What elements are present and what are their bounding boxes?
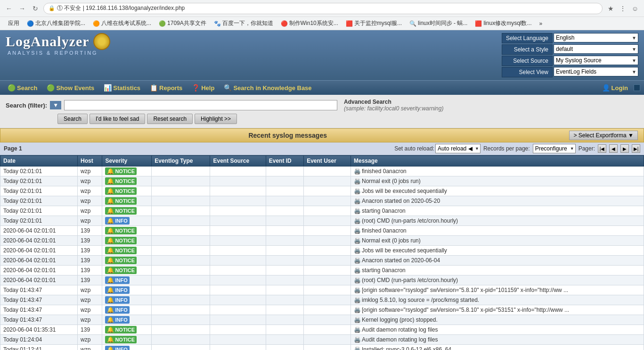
- message-icon: 🖨️: [354, 237, 361, 244]
- table-row[interactable]: 2020-06-04 02:01:01 139 🔔NOTICE 🖨️starti…: [0, 266, 644, 275]
- forward-button[interactable]: →: [17, 3, 27, 14]
- cell-host: wzp: [78, 167, 102, 176]
- user-account-button[interactable]: ☺: [630, 3, 640, 14]
- bookmark-6[interactable]: 🟥 关于监控mysql服...: [343, 18, 405, 28]
- severity-icon: 🔔: [107, 257, 114, 264]
- cell-date: 2020-06-04 02:01:01: [0, 266, 78, 275]
- select-view[interactable]: EventLog Fields: [554, 67, 638, 76]
- cell-event-user: [304, 325, 351, 335]
- table-row[interactable]: Today 02:01:01 wzp 🔔NOTICE 🖨️Anacron sta…: [0, 196, 644, 206]
- cell-event-id: [266, 275, 303, 285]
- cell-message: 🖨️Audit daemon rotating log files: [351, 325, 644, 335]
- table-row[interactable]: Today 01:43:47 wzp 🔔INFO 🖨️[origin softw…: [0, 285, 644, 295]
- bookmark-8[interactable]: 🟥 linux修改mysql数...: [472, 18, 534, 28]
- back-button[interactable]: ←: [4, 3, 14, 14]
- severity-icon: 🔔: [107, 297, 114, 303]
- pager-last-button[interactable]: ▶|: [632, 144, 640, 153]
- bookmark-more[interactable]: »: [536, 19, 545, 28]
- browser-menu-button[interactable]: ⋮: [618, 3, 628, 14]
- table-row[interactable]: 2020-06-04 02:01:01 139 🔔NOTICE 🖨️Anacro…: [0, 256, 644, 266]
- bookmark-5[interactable]: 🔴 制作Win10系统安...: [278, 18, 341, 28]
- preconfigure-select[interactable]: Preconfigure: [533, 144, 576, 153]
- nav-help[interactable]: ❓ Help: [188, 83, 218, 93]
- table-row[interactable]: 2020-06-04 01:35:31 139 🔔NOTICE 🖨️Audit …: [0, 325, 644, 335]
- bookmark-1[interactable]: 🔵 北京八维集团学院...: [24, 18, 88, 28]
- table-row[interactable]: Today 01:43:47 wzp 🔔INFO 🖨️[origin softw…: [0, 305, 644, 315]
- cell-severity: 🔔NOTICE: [102, 226, 152, 236]
- highlight-button[interactable]: Highlight >>: [195, 114, 237, 124]
- nav-show-events[interactable]: 🟢 Show Events: [43, 83, 98, 93]
- message-icon: 🖨️: [354, 168, 361, 175]
- table-row[interactable]: Today 01:43:47 wzp 🔔INFO 🖨️Kernel loggin…: [0, 315, 644, 325]
- cell-eventlog-type: [152, 167, 210, 176]
- nav-search[interactable]: 🟢 Search: [4, 83, 41, 93]
- table-row[interactable]: 2020-06-04 02:01:01 139 🔔NOTICE 🖨️Jobs w…: [0, 246, 644, 256]
- nav-statistics[interactable]: 📊 Statistics: [100, 83, 144, 93]
- cell-host: wzp: [78, 216, 102, 226]
- table-row[interactable]: Today 02:01:01 wzp 🔔NOTICE 🖨️finished 0a…: [0, 167, 644, 176]
- auto-reload-select[interactable]: Auto reload ◀: [435, 144, 481, 153]
- table-row[interactable]: 2020-06-04 02:01:01 139 🔔NOTICE 🖨️finish…: [0, 226, 644, 236]
- table-row[interactable]: Today 02:01:01 wzp 🔔NOTICE 🖨️Normal exit…: [0, 176, 644, 186]
- table-row[interactable]: 2020-06-04 02:01:01 139 🔔NOTICE 🖨️Normal…: [0, 236, 644, 246]
- select-source[interactable]: My Syslog Source: [554, 56, 638, 65]
- help-icon: ❓: [192, 84, 200, 92]
- cell-date: Today 02:01:01: [0, 216, 78, 226]
- cell-event-source: [210, 335, 266, 345]
- table-row[interactable]: Today 02:01:01 wzp 🔔INFO 🖨️(root) CMD (r…: [0, 216, 644, 226]
- cell-message: 🖨️Anacron started on 2020-05-20: [351, 196, 644, 206]
- feel-sad-button[interactable]: I'd like to feel sad: [90, 114, 145, 124]
- pager-prev-button[interactable]: ◀: [609, 144, 618, 153]
- apps-button[interactable]: ⁢⁢⁢ 应用: [4, 18, 22, 28]
- table-row[interactable]: Today 02:01:01 wzp 🔔NOTICE 🖨️Jobs will b…: [0, 186, 644, 196]
- severity-icon: 🔔: [107, 188, 114, 194]
- url-bar[interactable]: 🔒 ① 不安全 | 192.168.116.138/loganalyzer/in…: [43, 3, 603, 14]
- table-row[interactable]: Today 01:43:47 wzp 🔔INFO 🖨️imklog 5.8.10…: [0, 295, 644, 305]
- search-button[interactable]: Search: [57, 114, 88, 124]
- select-style[interactable]: default: [554, 44, 638, 54]
- nav-login[interactable]: 👤 Login: [598, 83, 632, 93]
- pager-first-button[interactable]: |◀: [598, 144, 606, 153]
- select-language[interactable]: English: [554, 33, 638, 42]
- cell-severity: 🔔NOTICE: [102, 325, 152, 335]
- cell-severity: 🔔NOTICE: [102, 176, 152, 186]
- cell-event-id: [266, 186, 303, 196]
- nav-knowledge-base[interactable]: 🔍 Search in Knowledge Base: [220, 83, 315, 93]
- nav-reports[interactable]: 📋 Reports: [146, 83, 186, 93]
- severity-icon: 🔔: [107, 267, 114, 274]
- cell-date: 2020-06-04 02:01:01: [0, 246, 78, 256]
- cell-event-source: [210, 325, 266, 335]
- cell-event-source: [210, 216, 266, 226]
- table-row[interactable]: Today 01:12:41 wzp 🔔INFO 🖨️Installed: rs…: [0, 345, 644, 350]
- bookmark-2[interactable]: 🟠 八维在线考试系统...: [90, 18, 154, 28]
- bookmark-star-button[interactable]: ★: [605, 3, 616, 14]
- message-icon: 🖨️: [354, 317, 361, 323]
- cell-host: wzp: [78, 345, 102, 350]
- table-row[interactable]: Today 02:01:01 wzp 🔔NOTICE 🖨️starting 0a…: [0, 206, 644, 216]
- cell-event-id: [266, 246, 303, 256]
- export-button[interactable]: > Select Exportforma ▼: [569, 131, 638, 140]
- search-filter-dropdown[interactable]: ▼: [50, 101, 61, 109]
- severity-badge: 🔔INFO: [105, 306, 129, 314]
- auto-reload-select-wrapper: Auto reload ◀: [435, 144, 481, 153]
- advanced-search-title: Advanced Search: [344, 99, 391, 105]
- reload-button[interactable]: ↻: [30, 3, 41, 14]
- cell-eventlog-type: [152, 325, 210, 335]
- cell-date: Today 01:24:04: [0, 335, 78, 345]
- table-row[interactable]: 2020-06-04 02:01:01 139 🔔INFO 🖨️(root) C…: [0, 275, 644, 285]
- cell-eventlog-type: [152, 345, 210, 350]
- pager-next-button[interactable]: ▶: [620, 144, 629, 153]
- table-row[interactable]: Today 01:24:04 wzp 🔔NOTICE 🖨️Audit daemo…: [0, 335, 644, 345]
- cell-eventlog-type: [152, 176, 210, 186]
- bookmark-4[interactable]: 🐾 百度一下，你就知道: [211, 18, 276, 28]
- bookmark-3[interactable]: 🟢 1709A共享文件: [156, 18, 209, 28]
- cell-eventlog-type: [152, 275, 210, 285]
- cell-message: 🖨️Jobs will be executed sequentially: [351, 186, 644, 196]
- search-input[interactable]: [64, 100, 337, 110]
- cell-host: wzp: [78, 295, 102, 305]
- message-icon: 🖨️: [354, 208, 361, 214]
- cell-message: 🖨️Audit daemon rotating log files: [351, 335, 644, 345]
- reset-search-button[interactable]: Reset search: [147, 114, 193, 124]
- bookmark-7[interactable]: 🔍 linux时间同步 - 蜗...: [407, 18, 470, 28]
- cell-event-user: [304, 285, 351, 295]
